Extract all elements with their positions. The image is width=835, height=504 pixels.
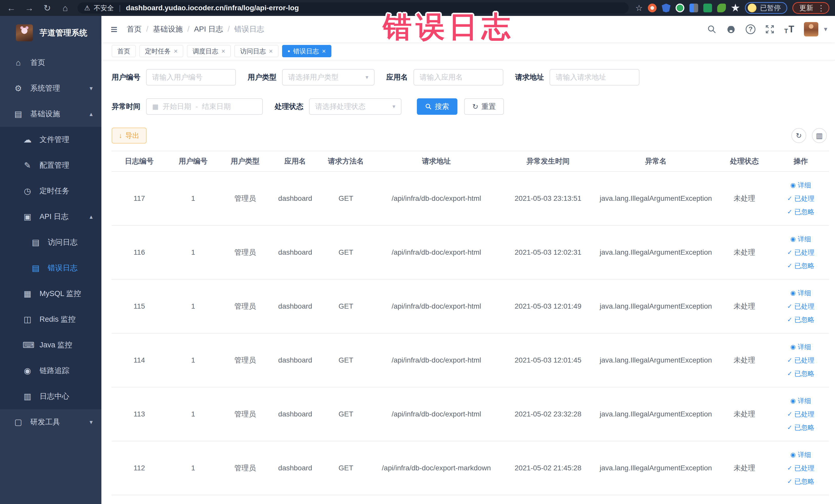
column-settings-button[interactable]: ▥ (812, 128, 827, 143)
browser-extension-icon[interactable] (703, 4, 712, 12)
sidebar-item-java-monitor[interactable]: ⌨ Java 监控 (0, 332, 101, 358)
mark-processed-link[interactable]: ✓ 已处理 (773, 246, 829, 259)
browser-update-button[interactable]: 更新 ⋮ (792, 2, 829, 14)
mark-processed-link[interactable]: ✓ 已处理 (773, 407, 829, 421)
sidebar-item-home[interactable]: ⌂ 首页 (0, 50, 101, 76)
browser-extension-icon[interactable] (690, 4, 698, 12)
mark-ignored-link[interactable]: ✓ 已忽略 (773, 313, 829, 326)
sidebar-item-trace[interactable]: ◉ 链路追踪 (0, 358, 101, 384)
user-type-select[interactable]: 请选择用户类型 ▾ (282, 69, 374, 85)
mark-processed-link[interactable]: ✓ 已处理 (773, 192, 829, 205)
detail-link[interactable]: ◉ 详细 (773, 340, 829, 354)
sidebar-item-infrastructure[interactable]: ▤ 基础设施 ▴ (0, 101, 101, 127)
close-icon[interactable]: × (322, 47, 326, 55)
browser-forward-icon[interactable]: → (24, 2, 35, 14)
browser-reload-icon[interactable]: ↻ (42, 2, 53, 14)
browser-extension-icon[interactable] (662, 4, 670, 12)
sidebar-item-label: Java 监控 (40, 340, 72, 350)
mark-ignored-link[interactable]: ✓ 已忽略 (773, 421, 829, 434)
mark-processed-link[interactable]: ✓ 已处理 (773, 461, 829, 475)
app-name-input[interactable] (420, 73, 497, 81)
detail-link[interactable]: ◉ 详细 (773, 286, 829, 300)
table-toolbar: ↓ 导出 ↻ ▥ (111, 127, 829, 143)
sidebar-item-mysql-monitor[interactable]: ▦ MySQL 监控 (0, 281, 101, 306)
app-name-cell: dashboard (271, 441, 320, 495)
page-url[interactable]: dashboard.yudao.iocoder.cn/infra/log/api… (126, 4, 299, 12)
sidebar-item-scheduled-jobs[interactable]: ◷ 定时任务 (0, 178, 101, 204)
detail-link[interactable]: ◉ 详细 (773, 394, 829, 407)
mark-processed-link[interactable]: ✓ 已处理 (773, 300, 829, 313)
tab-access-log[interactable]: 访问日志 × (235, 45, 278, 57)
tab-home[interactable]: 首页 (111, 45, 136, 57)
mark-ignored-link[interactable]: ✓ 已忽略 (773, 475, 829, 488)
monitor-icon: ▤ (13, 109, 23, 119)
check-icon: ✓ (787, 246, 792, 259)
sidebar-item-api-log[interactable]: ▣ API 日志 ▴ (0, 204, 101, 229)
sidebar-item-log-center[interactable]: ▥ 日志中心 (0, 384, 101, 409)
collapse-sidebar-icon[interactable]: ≡ (110, 22, 118, 36)
browser-home-icon[interactable]: ⌂ (60, 2, 71, 14)
detail-link[interactable]: ◉ 详细 (773, 178, 829, 192)
navbar-actions: ? T T ▾ (707, 22, 827, 37)
sidebar-item-config-management[interactable]: ✎ 配置管理 (0, 153, 101, 178)
tab-scheduled-jobs[interactable]: 定时任务 × (139, 45, 183, 57)
fullscreen-icon[interactable] (765, 25, 774, 34)
search-icon[interactable] (707, 25, 716, 34)
security-label[interactable]: 不安全 (94, 4, 114, 13)
edit-icon: ✎ (23, 160, 32, 170)
close-icon[interactable]: × (221, 47, 225, 55)
actions-cell: ◉ 详细 ✓ 已处理 ✓ 已忽略 (773, 387, 829, 441)
detail-link[interactable]: ◉ 详细 (773, 448, 829, 461)
search-button[interactable]: 搜索 (417, 98, 457, 115)
refresh-icon: ↻ (796, 132, 802, 140)
exception-time-range-picker[interactable]: ▦ 开始日期 - 结束日期 (146, 98, 263, 115)
breadcrumb-item[interactable]: API 日志 (194, 24, 223, 35)
chevron-up-icon: ▴ (89, 110, 93, 118)
request-url-input[interactable] (556, 73, 633, 81)
browser-extension-icon[interactable] (717, 4, 726, 12)
refresh-button[interactable]: ↻ (791, 128, 806, 143)
exception-name-cell: java.lang.IllegalArgumentException (595, 441, 716, 495)
reset-button[interactable]: ↻ 重置 (464, 98, 504, 115)
github-icon[interactable] (726, 24, 736, 34)
breadcrumb-current: 错误日志 (235, 24, 264, 35)
user-id-input[interactable] (152, 73, 230, 81)
font-size-icon[interactable]: T T (784, 24, 794, 35)
breadcrumb-item[interactable]: 首页 (127, 24, 142, 35)
chevron-up-icon: ▴ (89, 213, 93, 220)
process-status-cell: 未处理 (716, 387, 773, 441)
sidebar-item-access-log[interactable]: ▤ 访问日志 (0, 229, 101, 255)
process-status-select[interactable]: 请选择处理状态 ▾ (309, 98, 402, 115)
address-bar[interactable]: ⚠ 不安全 | dashboard.yudao.iocoder.cn/infra… (78, 2, 629, 14)
browser-back-icon[interactable]: ← (6, 2, 17, 14)
sidebar-item-file-management[interactable]: ☁ 文件管理 (0, 127, 101, 153)
close-icon[interactable]: × (174, 47, 178, 55)
tab-error-log[interactable]: ● 错误日志 × (282, 45, 332, 57)
browser-menu-dots-icon[interactable]: ⋮ (817, 4, 825, 13)
browser-toolbar: ← → ↻ ⌂ ⚠ 不安全 | dashboard.yudao.iocoder.… (0, 0, 835, 16)
help-icon[interactable]: ? (746, 24, 755, 34)
detail-link[interactable]: ◉ 详细 (773, 233, 829, 246)
bookmark-star-icon[interactable]: ☆ (635, 3, 643, 13)
app-name-cell: dashboard (271, 225, 320, 279)
sidebar-item-redis-monitor[interactable]: ◫ Redis 监控 (0, 306, 101, 332)
browser-extension-icon[interactable] (676, 4, 684, 12)
breadcrumb-item[interactable]: 基础设施 (153, 24, 183, 35)
browser-extension-icon[interactable] (648, 4, 657, 12)
close-icon[interactable]: × (269, 47, 272, 55)
browser-extensions-menu-icon[interactable] (731, 4, 740, 12)
profile-paused-badge[interactable]: 已暂停 (745, 2, 787, 14)
export-button[interactable]: ↓ 导出 (111, 127, 147, 143)
mark-ignored-link[interactable]: ✓ 已忽略 (773, 367, 829, 380)
mark-ignored-link[interactable]: ✓ 已忽略 (773, 259, 829, 273)
user-menu-caret-icon[interactable]: ▾ (824, 25, 827, 33)
sidebar-item-dev-tools[interactable]: ▢ 研发工具 ▾ (0, 409, 101, 435)
user-type-cell: 管理员 (220, 387, 271, 441)
sidebar-item-system-management[interactable]: ⚙ 系统管理 ▾ (0, 76, 101, 101)
tab-schedule-log[interactable]: 调度日志 × (187, 45, 231, 57)
user-avatar[interactable] (804, 22, 818, 37)
sidebar-item-error-log[interactable]: ▤ 错误日志 (0, 255, 101, 281)
mark-ignored-link[interactable]: ✓ 已忽略 (773, 205, 829, 219)
mark-processed-link[interactable]: ✓ 已处理 (773, 354, 829, 367)
check-icon: ✓ (787, 313, 792, 326)
